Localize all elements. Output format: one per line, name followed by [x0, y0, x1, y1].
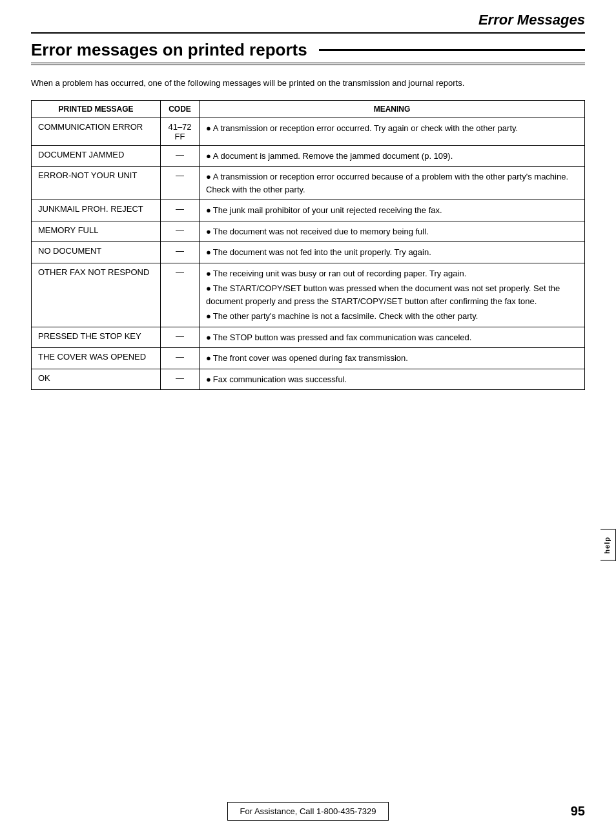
bullet-icon — [206, 353, 213, 363]
cell-meaning: A transmission or reception error occurr… — [200, 118, 585, 145]
meaning-item: The receiving unit was busy or ran out o… — [206, 267, 578, 280]
footer-assistance: For Assistance, Call 1-800-435-7329 — [227, 802, 388, 821]
cell-meaning: The receiving unit was busy or ran out o… — [200, 263, 585, 327]
meaning-item: A document is jammed. Remove the jammed … — [206, 150, 578, 163]
cell-code: — — [161, 221, 200, 242]
title-line — [319, 49, 585, 51]
error-table: PRINTED MESSAGE CODE MEANING COMMUNICATI… — [31, 100, 585, 391]
cell-message: NO DOCUMENT — [32, 242, 161, 263]
cell-message: OK — [32, 369, 161, 390]
bullet-icon — [206, 151, 213, 161]
meaning-item: Fax communication was successful. — [206, 373, 578, 386]
page-footer: For Assistance, Call 1-800-435-7329 95 — [0, 802, 616, 821]
section-title: Error messages on printed reports — [31, 40, 307, 60]
col-header-code: CODE — [161, 100, 200, 118]
cell-code: — — [161, 327, 200, 348]
meaning-item: The other party's machine is not a facsi… — [206, 310, 578, 323]
meaning-item: The STOP button was pressed and fax comm… — [206, 331, 578, 344]
header-title: Error Messages — [478, 12, 585, 28]
table-row: OTHER FAX NOT RESPOND—The receiving unit… — [32, 263, 585, 327]
table-row: NO DOCUMENT—The document was not fed int… — [32, 242, 585, 263]
cell-message: COMMUNICATION ERROR — [32, 118, 161, 145]
cell-message: OTHER FAX NOT RESPOND — [32, 263, 161, 327]
cell-meaning: A document is jammed. Remove the jammed … — [200, 145, 585, 167]
cell-message: DOCUMENT JAMMED — [32, 145, 161, 167]
cell-message: JUNKMAIL PROH. REJECT — [32, 200, 161, 221]
bullet-icon — [206, 247, 213, 257]
meaning-item: A transmission or reception error occurr… — [206, 122, 578, 135]
bullet-icon — [206, 123, 213, 133]
cell-meaning: The document was not fed into the unit p… — [200, 242, 585, 263]
cell-message: ERROR-NOT YOUR UNIT — [32, 167, 161, 200]
intro-text: When a problem has occurred, one of the … — [31, 77, 585, 90]
cell-code: — — [161, 348, 200, 369]
table-row: THE COVER WAS OPENED—The front cover was… — [32, 348, 585, 369]
meaning-item: The document was not received due to mem… — [206, 225, 578, 238]
page-header: Error Messages — [31, 12, 585, 34]
meaning-item: The front cover was opened during fax tr… — [206, 352, 578, 365]
bullet-icon — [206, 269, 213, 278]
table-row: ERROR-NOT YOUR UNIT—A transmission or re… — [32, 167, 585, 200]
meaning-item: A transmission or reception error occurr… — [206, 170, 578, 196]
table-row: DOCUMENT JAMMED—A document is jammed. Re… — [32, 145, 585, 167]
cell-code: — — [161, 200, 200, 221]
col-header-meaning: MEANING — [200, 100, 585, 118]
meaning-item: The document was not fed into the unit p… — [206, 246, 578, 259]
cell-code: — — [161, 242, 200, 263]
bullet-icon — [206, 374, 213, 384]
cell-code: 41–72 FF — [161, 118, 200, 145]
page-container: Error Messages Error messages on printed… — [0, 0, 616, 840]
bullet-icon — [206, 311, 213, 321]
footer-page-number: 95 — [571, 804, 585, 819]
bullet-icon — [206, 333, 213, 342]
table-row: JUNKMAIL PROH. REJECT—The junk mail proh… — [32, 200, 585, 221]
bullet-icon — [206, 205, 213, 215]
cell-meaning: A transmission or reception error occurr… — [200, 167, 585, 200]
table-row: MEMORY FULL—The document was not receive… — [32, 221, 585, 242]
table-row: OK—Fax communication was successful. — [32, 369, 585, 390]
meaning-item: The junk mail prohibitor of your unit re… — [206, 204, 578, 217]
cell-code: — — [161, 167, 200, 200]
cell-message: THE COVER WAS OPENED — [32, 348, 161, 369]
bullet-icon — [206, 283, 213, 293]
cell-meaning: Fax communication was successful. — [200, 369, 585, 390]
cell-code: — — [161, 263, 200, 327]
cell-meaning: The junk mail prohibitor of your unit re… — [200, 200, 585, 221]
cell-message: PRESSED THE STOP KEY — [32, 327, 161, 348]
bullet-icon — [206, 227, 213, 236]
cell-code: — — [161, 369, 200, 390]
table-header-row: PRINTED MESSAGE CODE MEANING — [32, 100, 585, 118]
cell-code: — — [161, 145, 200, 167]
bullet-icon — [206, 172, 213, 181]
cell-meaning: The STOP button was pressed and fax comm… — [200, 327, 585, 348]
col-header-message: PRINTED MESSAGE — [32, 100, 161, 118]
table-row: PRESSED THE STOP KEY—The STOP button was… — [32, 327, 585, 348]
cell-message: MEMORY FULL — [32, 221, 161, 242]
side-tab: help — [601, 529, 616, 561]
table-row: COMMUNICATION ERROR41–72 FFA transmissio… — [32, 118, 585, 145]
cell-meaning: The front cover was opened during fax tr… — [200, 348, 585, 369]
cell-meaning: The document was not received due to mem… — [200, 221, 585, 242]
section-title-container: Error messages on printed reports — [31, 40, 585, 65]
meaning-item: The START/COPY/SET button was pressed wh… — [206, 282, 578, 307]
